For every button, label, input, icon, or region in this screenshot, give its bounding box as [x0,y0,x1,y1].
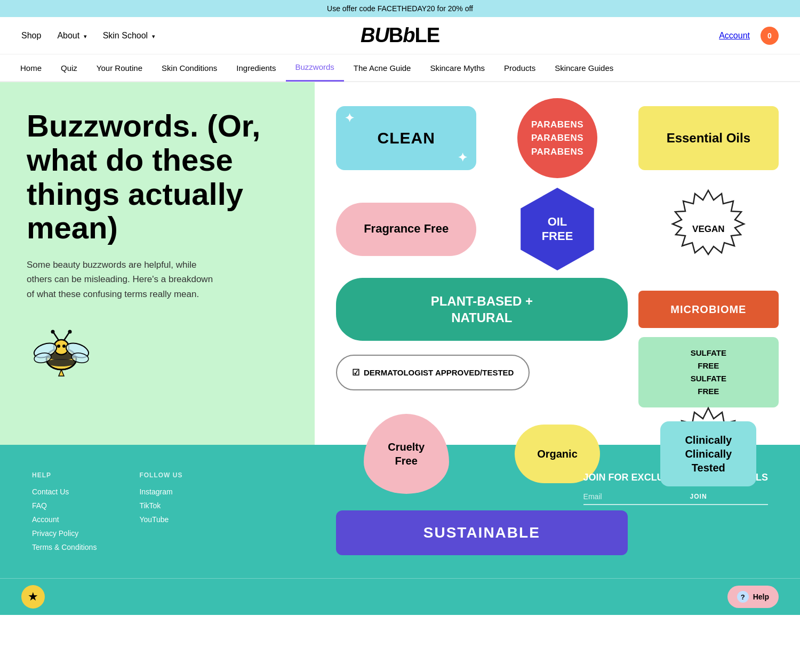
nav-skincare-guides[interactable]: Skincare Guides [545,54,623,82]
badge-clinically-tested[interactable]: Clinically Clinically Tested [660,421,756,486]
footer-help-heading: HELP [32,471,97,479]
nav-acne-guide[interactable]: The Acne Guide [344,54,421,82]
badge-oil-free-wrapper: OIL FREE 💧 [487,188,627,270]
bee-illustration [27,323,96,381]
badge-cruelty-free[interactable]: Cruelty Free [364,414,449,494]
nav-skin-conditions[interactable]: Skin Conditions [152,54,227,82]
badge-sulfate-free[interactable]: SULFATE FREE SULFATE FREE [638,337,779,407]
main-content: Buzzwords. (Or, what do these things act… [0,82,800,445]
badge-parabens[interactable]: PARABENS PARABENS PARABENS [517,98,597,178]
hero-title: Buzzwords. (Or, what do these things act… [27,109,288,245]
badge-plant-based[interactable]: PLANT-BASED + NATURAL [336,278,628,341]
footer-privacy-policy[interactable]: Privacy Policy [32,529,97,538]
svg-marker-15 [59,370,64,376]
announcement-bar: Use offer code FACETHEDAY20 for 20% off [0,0,800,17]
badge-vegan-label[interactable]: VEGAN [692,224,724,235]
svg-point-10 [68,330,72,333]
footer-terms[interactable]: Terms & Conditions [32,543,97,551]
help-button[interactable]: ? Help [727,586,779,608]
announcement-text: Use offer code FACETHEDAY20 for 20% off [327,4,473,13]
nav-buzzwords[interactable]: Buzzwords [286,54,344,82]
skin-school-dropdown-arrow: ▾ [152,33,155,39]
bottom-bar: ★ ? Help [0,578,800,615]
svg-marker-16 [673,190,744,254]
account-link[interactable]: Account [719,31,750,41]
skin-school-link[interactable]: Skin School ▾ [103,31,155,41]
footer-social-col: FOLLOW US Instagram TikTok YouTube [139,471,182,557]
badge-microbiome[interactable]: MICROBIOME [638,291,779,328]
help-circle-icon: ? [737,591,749,603]
top-nav-left: Shop About ▾ Skin School ▾ [21,31,400,41]
nav-quiz[interactable]: Quiz [51,54,87,82]
nav-products[interactable]: Products [494,54,545,82]
svg-line-7 [53,332,59,340]
badge-clinically-tested-wrapper: Clinically Clinically Tested [660,406,756,502]
badge-fragrance-free[interactable]: Fragrance Free [336,203,476,256]
footer-contact-us[interactable]: Contact Us [32,487,97,496]
right-panel: ✦ CLEAN ✦ PARABENS PARABENS PARABENS Ess… [315,82,800,445]
hero-description: Some beauty buzzwords are helpful, while… [27,258,219,301]
footer-help-col: HELP Contact Us FAQ Account Privacy Poli… [32,471,97,557]
footer-instagram[interactable]: Instagram [139,487,182,496]
svg-point-8 [51,330,55,333]
checkbox-icon: ☑ [352,367,359,378]
svg-line-9 [64,332,69,340]
badge-clean[interactable]: ✦ CLEAN ✦ [336,106,476,170]
drop-icon: 💧 [590,192,606,207]
shop-link[interactable]: Shop [21,31,41,41]
footer-tiktok[interactable]: TikTok [139,501,182,510]
left-panel: Buzzwords. (Or, what do these things act… [0,82,315,445]
footer-follow-heading: FOLLOW US [139,471,182,479]
footer-faq[interactable]: FAQ [32,501,97,510]
badge-oil-free[interactable]: OIL FREE 💧 [515,188,600,270]
site-logo[interactable]: BUBbLE [361,24,439,47]
footer-account[interactable]: Account [32,515,97,524]
nav-ingredients[interactable]: Ingredients [227,54,285,82]
badge-derm[interactable]: ☑ DERMATOLOGIST APPROVED/TESTED [336,355,530,390]
svg-point-5 [57,345,60,348]
svg-point-6 [62,345,66,348]
cart-button[interactable]: 0 [761,27,779,45]
top-nav: Shop About ▾ Skin School ▾ BUBbLE Accoun… [0,17,800,54]
nav-home[interactable]: Home [11,54,51,82]
badge-vegan-wrapper: VEGAN [668,189,748,269]
badge-essential-oils[interactable]: Essential Oils [638,106,779,170]
favorites-button[interactable]: ★ [21,585,45,609]
top-nav-right: Account 0 [400,27,779,45]
nav-skincare-myths[interactable]: Skincare Myths [420,54,494,82]
about-link[interactable]: About ▾ [57,31,86,41]
footer-youtube[interactable]: YouTube [139,515,182,524]
svg-point-2 [46,359,76,366]
secondary-nav: Home Quiz Your Routine Skin Conditions I… [0,54,800,82]
about-dropdown-arrow: ▾ [84,33,87,39]
nav-your-routine[interactable]: Your Routine [87,54,152,82]
